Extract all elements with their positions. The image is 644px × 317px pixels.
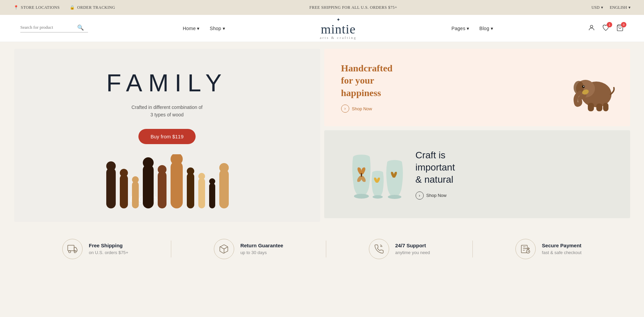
feature-text-payment: Secure Payment fast & safe checkout xyxy=(542,243,581,255)
feature-divider-3 xyxy=(472,241,473,257)
svg-rect-11 xyxy=(158,171,166,208)
svg-point-0 xyxy=(590,25,593,27)
feature-payment: Secure Payment fast & safe checkout xyxy=(515,239,581,259)
nav-home[interactable]: Home ▾ xyxy=(183,26,200,31)
svg-rect-31 xyxy=(603,103,608,111)
shipping-icon xyxy=(62,239,83,259)
logo-subtitle: arts & crafting xyxy=(320,36,357,40)
currency-selector[interactable]: USD ▾ xyxy=(592,5,603,10)
cart-icon-wrapper[interactable]: 0 xyxy=(616,24,624,33)
location-icon: 📍 xyxy=(14,5,19,10)
elephant-image xyxy=(569,66,613,110)
store-locations-link[interactable]: 📍 STORE LOCATIONS xyxy=(14,5,60,10)
hero-right-column: Handcraftedfor yourhappiness › Shop Now xyxy=(324,49,630,222)
main-content: FAMILY Crafted in different combination … xyxy=(0,42,644,273)
svg-point-4 xyxy=(106,161,116,171)
svg-rect-3 xyxy=(106,168,116,208)
wishlist-badge: 1 xyxy=(607,22,612,27)
hero-card-bottom-title: Craft isimportant& natural xyxy=(416,149,613,186)
svg-rect-9 xyxy=(143,164,154,208)
hero-card-text-top: Handcraftedfor yourhappiness › Shop Now xyxy=(341,62,569,113)
svg-point-28 xyxy=(583,86,584,87)
payment-icon xyxy=(515,239,536,259)
feature-support: 24/7 Support anytime you need xyxy=(369,239,430,259)
svg-rect-29 xyxy=(588,103,594,111)
shop-chevron-icon: ▾ xyxy=(223,26,225,31)
hero-grid: FAMILY Crafted in different combination … xyxy=(14,49,630,222)
currency-chevron-icon: ▾ xyxy=(601,5,603,10)
logo[interactable]: ✦ mintie arts & crafting xyxy=(320,17,357,40)
language-chevron-icon: ▾ xyxy=(628,5,630,10)
order-tracking-label: ORDER TRACKING xyxy=(77,5,115,10)
home-chevron-icon: ▾ xyxy=(197,26,199,31)
svg-rect-19 xyxy=(209,183,215,208)
nav-blog[interactable]: Blog ▾ xyxy=(480,26,493,31)
buy-button[interactable]: Buy from $119 xyxy=(138,129,196,144)
hero-card-text-bottom: Craft isimportant& natural › Shop Now xyxy=(416,149,613,200)
svg-rect-15 xyxy=(187,173,194,208)
elephant-svg xyxy=(569,66,617,113)
nav-shop[interactable]: Shop ▾ xyxy=(210,26,225,31)
search-input[interactable] xyxy=(20,25,74,30)
order-tracking-link[interactable]: 🔒 ORDER TRACKING xyxy=(70,5,115,10)
hero-card-craft: Craft isimportant& natural › Shop Now xyxy=(324,130,630,218)
vases-image xyxy=(341,144,409,205)
language-selector[interactable]: ENGLISH ▾ xyxy=(610,5,630,10)
feature-text-shipping: Free Shipping on U.S. orders $75+ xyxy=(89,243,128,255)
store-locations-label: STORE LOCATIONS xyxy=(21,5,60,10)
svg-point-33 xyxy=(354,194,369,199)
account-icon xyxy=(588,24,595,31)
return-icon xyxy=(214,239,234,259)
pages-chevron-icon: ▾ xyxy=(467,26,469,31)
shop-now-top[interactable]: › Shop Now xyxy=(341,105,569,113)
header-icons: 1 0 xyxy=(588,24,624,33)
svg-point-36 xyxy=(373,195,383,199)
feature-text-return: Return Guarantee up to 30 days xyxy=(240,243,283,255)
wooden-figures-svg: together xyxy=(96,154,238,222)
svg-rect-7 xyxy=(132,181,139,208)
logo-title: mintie xyxy=(320,23,357,36)
feature-free-shipping: Free Shipping on U.S. orders $75+ xyxy=(62,239,128,259)
support-icon xyxy=(369,239,389,259)
shop-now-bottom[interactable]: › Shop Now xyxy=(416,191,613,200)
svg-point-18 xyxy=(198,173,205,180)
svg-rect-13 xyxy=(171,161,183,208)
svg-point-8 xyxy=(132,176,139,183)
top-bar: 📍 STORE LOCATIONS 🔒 ORDER TRACKING FREE … xyxy=(0,0,644,15)
nav-pages[interactable]: Pages ▾ xyxy=(451,26,469,31)
hero-card-handcrafted: Handcraftedfor yourhappiness › Shop Now xyxy=(324,49,630,126)
header: 🔍 Home ▾ Shop ▾ ✦ mintie arts & crafting… xyxy=(0,15,644,42)
svg-point-34 xyxy=(361,173,362,177)
hero-main-banner: FAMILY Crafted in different combination … xyxy=(14,49,320,222)
free-shipping-banner: FREE SHIPPING FOR ALL U.S. ORDERS $75+ xyxy=(309,5,397,10)
search-bar[interactable]: 🔍 xyxy=(20,24,88,32)
blog-chevron-icon: ▾ xyxy=(491,26,493,31)
feature-text-support: 24/7 Support anytime you need xyxy=(395,243,430,255)
svg-rect-39 xyxy=(68,245,74,251)
account-icon-wrapper[interactable] xyxy=(588,24,595,33)
hero-title: FAMILY xyxy=(106,69,228,97)
hero-subtitle: Crafted in different combination of 3 ty… xyxy=(132,104,203,119)
svg-rect-30 xyxy=(596,104,602,111)
features-bar: Free Shipping on U.S. orders $75+ Return… xyxy=(14,232,630,266)
cart-badge: 0 xyxy=(621,22,626,27)
lock-icon: 🔒 xyxy=(70,5,75,10)
feature-divider-2 xyxy=(326,241,326,257)
svg-point-10 xyxy=(143,157,154,168)
header-nav-right: Pages ▾ Blog ▾ xyxy=(451,26,493,31)
svg-point-6 xyxy=(120,169,128,177)
wishlist-icon-wrapper[interactable]: 1 xyxy=(602,24,609,33)
svg-point-44 xyxy=(527,250,530,253)
vases-svg xyxy=(341,144,409,205)
shop-now-circle-icon: › xyxy=(341,105,349,113)
hero-card-top-title: Handcraftedfor yourhappiness xyxy=(341,62,569,99)
top-bar-right: USD ▾ ENGLISH ▾ xyxy=(592,5,630,10)
svg-point-40 xyxy=(69,251,71,253)
svg-point-20 xyxy=(209,178,215,184)
svg-point-22 xyxy=(219,163,229,173)
svg-point-16 xyxy=(187,167,194,175)
svg-rect-5 xyxy=(120,175,128,208)
top-bar-left: 📍 STORE LOCATIONS 🔒 ORDER TRACKING xyxy=(14,5,115,10)
svg-point-12 xyxy=(158,165,166,174)
search-icon[interactable]: 🔍 xyxy=(77,24,84,31)
